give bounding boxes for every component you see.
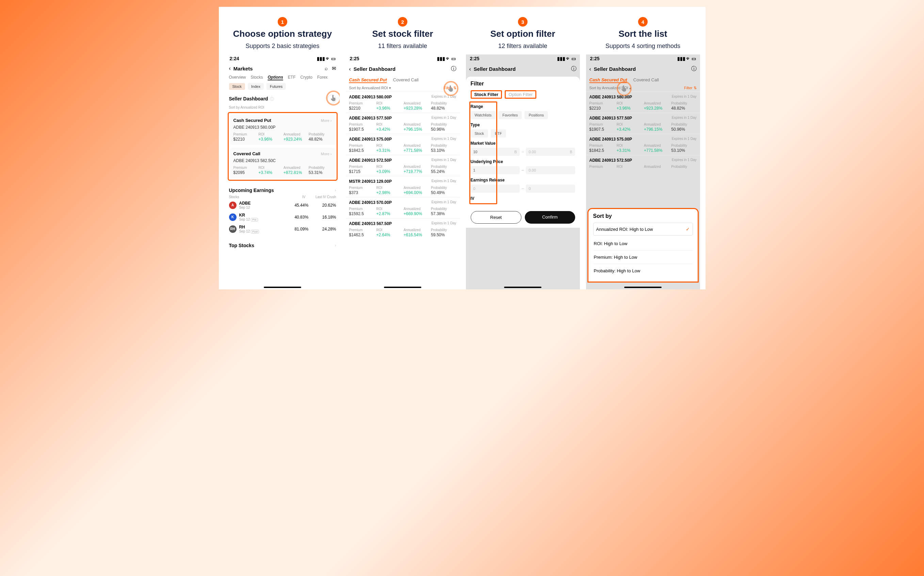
option-row[interactable]: ADBE 240913 577.50P Expires in 1 Day Pre… [346, 113, 460, 134]
ticker: KR [239, 213, 286, 218]
option-row[interactable]: ADBE 240913 572.50P Expires in 1 Day Pre… [346, 155, 460, 176]
info-icon[interactable]: ⓘ [571, 66, 577, 72]
back-icon[interactable]: ‹ [469, 66, 471, 72]
up-label: Underlying Price [471, 159, 575, 164]
option-symbol: ADBE 240913 572.50P [349, 158, 392, 163]
tab-stocks[interactable]: Stocks [251, 75, 263, 80]
info-icon[interactable]: ⓘ [691, 66, 697, 72]
col-iv: IV [280, 195, 305, 199]
expiry-label: Expires in 1 Day [672, 116, 697, 120]
tab-cc[interactable]: Covered Call [393, 77, 419, 82]
filter-link[interactable]: Filter ⇅ [684, 86, 697, 90]
info-icon[interactable]: ⓘ [270, 97, 274, 101]
option-row[interactable]: MSTR 240913 129.00P Expires in 1 Day Pre… [346, 176, 460, 197]
mv-lo-input[interactable]: 10B [471, 148, 520, 156]
sort-label: Sort by Annualized ROI [225, 106, 340, 111]
mail-icon[interactable]: ✉ [332, 66, 336, 72]
tab-option-filter[interactable]: Option Filter [505, 90, 536, 99]
chip-futures[interactable]: Futures [267, 83, 286, 90]
market-tabs: Overview Stocks Options ETF Crypto Forex [225, 74, 340, 80]
iv-label: IV [471, 196, 575, 201]
option-row[interactable]: ADBE 240913 570.00P Expires in 1 Day Pre… [346, 197, 460, 218]
chip-watchlists[interactable]: Watchlists [471, 111, 496, 119]
chip-index[interactable]: Index [248, 83, 264, 90]
up-lo-input[interactable]: 1 [471, 166, 520, 174]
option-row[interactable]: ADBE 240913 577.50P Expires in 1 Day Pre… [586, 113, 700, 134]
sort-option[interactable]: Annualized ROI: High to Low✓ [593, 222, 693, 235]
tab-crypto[interactable]: Crypto [301, 75, 312, 80]
back-icon[interactable]: ‹ [229, 66, 231, 72]
reset-button[interactable]: Reset [471, 211, 522, 224]
premium-value: $2095 [233, 170, 257, 175]
filter-buttons: Reset Confirm [466, 207, 580, 228]
chip-etf[interactable]: ETF [491, 130, 506, 138]
earnings-date: Sep 12Pre [239, 218, 286, 221]
label: Probability [309, 166, 332, 170]
step-4-column: 4 Sort the list Supports 4 sorting metho… [586, 17, 700, 290]
chip-stock[interactable]: Stock [471, 130, 488, 138]
up-hi-input[interactable]: 0.00 [526, 166, 575, 174]
signal-icon: ▮▮▮ [317, 56, 325, 61]
home-indicator [504, 286, 542, 288]
phone-screen-1: 2:24 ▮▮▮ ᯤ ▭ ‹ Markets ⌕ ✉ Overview [225, 54, 340, 290]
ann-value: +872.81% [283, 170, 307, 175]
tab-overview[interactable]: Overview [229, 75, 246, 80]
earnings-row[interactable]: K KR Sep 12Pre 40.83% 16.18% [229, 213, 336, 221]
chevron-right-icon[interactable]: › [335, 188, 336, 193]
er-lo-input[interactable]: 0 [471, 184, 520, 193]
earnings-row[interactable]: RH RH Sep 12Post 81.09% 24.28% [229, 225, 336, 233]
filter-title: Filter [471, 81, 575, 87]
back-icon[interactable]: ‹ [349, 66, 351, 72]
option-row[interactable]: ADBE 240913 580.00P Expires in 1 Day Pre… [346, 91, 460, 113]
top-stocks[interactable]: Top Stocks › [225, 241, 340, 252]
step-subtitle: Supports 4 sorting methods [606, 43, 680, 50]
sort-option[interactable]: Premium: High to Low [593, 251, 693, 264]
option-row[interactable]: ADBE 240913 580.00P Expires in 1 Day Pre… [586, 91, 700, 113]
option-symbol: ADBE 240913 577.50P [349, 116, 392, 120]
chip-favorites[interactable]: Favorites [498, 111, 522, 119]
info-icon[interactable]: ⓘ [451, 66, 456, 72]
tap-indicator-icon [617, 81, 631, 96]
sort-option[interactable]: Probability: High to Low [593, 264, 693, 277]
sort-option[interactable]: ROI: High to Low [593, 237, 693, 251]
step-title: Set option filter [491, 29, 555, 39]
tab-options[interactable]: Options [268, 75, 283, 80]
seller-dashboard-header[interactable]: Seller Dashboard ⓘ › [225, 93, 340, 106]
prob-value: 48.82% [309, 137, 332, 142]
chip-positions[interactable]: Positions [524, 111, 548, 119]
chevron-right-icon[interactable]: › [335, 243, 336, 248]
more-link[interactable]: More › [321, 118, 332, 123]
option-symbol: MSTR 240913 129.00P [349, 179, 392, 184]
prob-value: 53.31% [309, 170, 332, 175]
search-icon[interactable]: ⌕ [325, 66, 328, 72]
tab-csp[interactable]: Cash Secured Put [349, 77, 387, 82]
mv-hi-input[interactable]: 0.00B [526, 148, 575, 156]
asset-chips: Stock Index Futures [225, 80, 340, 93]
card-csp[interactable]: Cash Secured Put More › ADBE 240913 580.… [230, 114, 335, 145]
sort-label[interactable]: Sort by Annualized ROI ▾ [349, 86, 391, 90]
wifi-icon: ᯤ [326, 56, 331, 61]
er-hi-input[interactable]: 0 [526, 184, 575, 193]
chip-stock[interactable]: Stock [229, 83, 245, 90]
status-bar: 2:24 ▮▮▮ ᯤ ▭ [225, 54, 340, 62]
option-row[interactable]: ADBE 240913 572.50P Expires in 1 Day Pre… [586, 155, 700, 171]
option-row[interactable]: ADBE 240913 575.00P Expires in 1 Day Pre… [346, 134, 460, 155]
card-cc[interactable]: Covered Call More › ADBE 240913 582.50C … [230, 148, 335, 178]
option-row[interactable]: ADBE 240913 567.50P Expires in 1 Day Pre… [346, 218, 460, 239]
ticker-icon: RH [229, 226, 237, 233]
filter-tabs: Stock Filter Option Filter [471, 90, 575, 99]
tab-cc[interactable]: Covered Call [633, 77, 659, 82]
tab-forex[interactable]: Forex [317, 75, 328, 80]
option-symbol: ADBE 240913 580.00P [233, 125, 332, 130]
earnings-row[interactable]: A ADBE Sep 12 45.44% 20.62% [229, 201, 336, 210]
option-row[interactable]: ADBE 240913 575.00P Expires in 1 Day Pre… [586, 134, 700, 155]
more-link[interactable]: More › [321, 152, 332, 156]
label: ROI [258, 133, 281, 136]
tab-etf[interactable]: ETF [288, 75, 296, 80]
back-icon[interactable]: ‹ [590, 66, 591, 72]
nav-header: ‹ Seller Dashboard ⓘ [346, 62, 460, 75]
step-1-column: 1 Choose option strategy Supports 2 basi… [225, 17, 340, 290]
confirm-button[interactable]: Confirm [525, 211, 575, 224]
page-title: Markets [233, 66, 253, 72]
tab-stock-filter[interactable]: Stock Filter [471, 90, 502, 99]
